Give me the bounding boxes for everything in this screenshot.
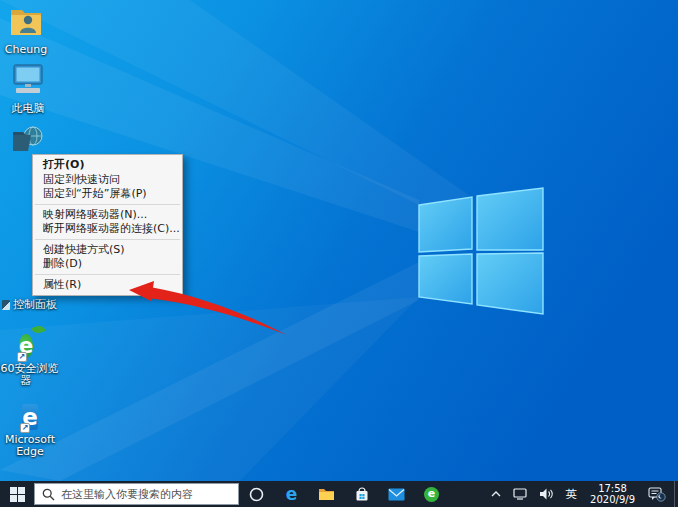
desktop-icon-360-browser[interactable]: e ↗ 360安全浏览器 xyxy=(0,331,56,386)
this-pc-icon xyxy=(9,63,47,101)
360-browser-icon: e ↗ xyxy=(19,331,33,361)
action-center-button[interactable] xyxy=(644,481,670,507)
menu-item-pin-to-start[interactable]: 固定到“开始”屏幕(P) xyxy=(33,187,182,202)
menu-item-open[interactable]: 打开(O) xyxy=(33,158,182,173)
clock-date: 2020/9/9 xyxy=(590,494,635,505)
search-input[interactable] xyxy=(61,488,226,501)
menu-item-map-network-drive[interactable]: 映射网络驱动器(N)... xyxy=(33,208,182,223)
taskbar-search[interactable] xyxy=(34,483,239,505)
desktop-icon-label: 此电脑 xyxy=(12,103,45,115)
system-tray: 英 17:58 2020/9/9 xyxy=(487,481,678,507)
desktop-icon-microsoft-edge[interactable]: e ↗ Microsoft Edge xyxy=(0,403,60,457)
store-icon xyxy=(354,486,370,502)
desktop-icon-control-panel[interactable]: 控制面板 xyxy=(2,299,57,311)
taskbar: e e xyxy=(0,481,678,507)
network-tray-button[interactable] xyxy=(509,481,531,507)
search-icon xyxy=(42,488,55,501)
action-center-icon xyxy=(648,487,666,502)
chevron-up-icon xyxy=(491,491,501,497)
volume-tray-button[interactable] xyxy=(535,481,558,507)
shortcut-arrow-icon: ↗ xyxy=(20,423,30,433)
desktop-icon-label: 360安全浏览器 xyxy=(0,363,59,386)
menu-item-delete[interactable]: 删除(D) xyxy=(33,257,182,272)
desktop-icon-this-pc[interactable]: 此电脑 xyxy=(0,63,58,115)
desktop-icon-user-folder[interactable]: Cheung xyxy=(0,6,56,56)
taskbar-icon-mail[interactable] xyxy=(379,481,414,507)
360-browser-icon: e xyxy=(424,487,439,502)
taskbar-icon-file-explorer[interactable] xyxy=(309,481,344,507)
clock-time: 17:58 xyxy=(590,483,635,494)
mail-icon xyxy=(388,488,405,501)
edge-icon: e xyxy=(286,486,298,503)
user-folder-icon xyxy=(7,6,45,42)
menu-separator xyxy=(35,204,180,205)
menu-item-properties[interactable]: 属性(R) xyxy=(33,278,182,293)
menu-separator xyxy=(35,239,180,240)
desktop-icon-label: 控制面板 xyxy=(13,299,57,311)
taskbar-icon-edge[interactable]: e xyxy=(274,481,309,507)
menu-item-create-shortcut[interactable]: 创建快捷方式(S) xyxy=(33,243,182,258)
desktop-icon-label: Microsoft Edge xyxy=(2,434,58,457)
edge-icon: e ↗ xyxy=(22,403,38,432)
control-panel-icon xyxy=(2,300,10,310)
ime-indicator[interactable]: 英 xyxy=(562,481,582,507)
menu-item-disconnect-network-drive[interactable]: 断开网络驱动器的连接(C)... xyxy=(33,222,182,237)
taskbar-clock[interactable]: 17:58 2020/9/9 xyxy=(585,483,640,505)
taskbar-icon-360-browser[interactable]: e xyxy=(414,481,449,507)
windows-start-icon xyxy=(10,487,25,502)
taskbar-icon-store[interactable] xyxy=(344,481,379,507)
show-desktop-button[interactable] xyxy=(674,481,678,507)
desktop-icon-label: Cheung xyxy=(5,44,47,56)
context-menu: 打开(O) 固定到快速访问 固定到“开始”屏幕(P) 映射网络驱动器(N)...… xyxy=(32,154,183,296)
cortana-icon xyxy=(249,487,264,502)
hidden-icons-button[interactable] xyxy=(487,481,505,507)
taskbar-icon-cortana[interactable] xyxy=(239,481,274,507)
menu-item-pin-quick-access[interactable]: 固定到快速访问 xyxy=(33,173,182,188)
network-icon xyxy=(513,488,527,500)
menu-separator xyxy=(35,274,180,275)
windows-desktop: Cheung 此电脑 控制面板 e xyxy=(0,0,678,507)
shortcut-arrow-icon: ↗ xyxy=(17,352,27,362)
volume-icon xyxy=(539,488,554,500)
start-button[interactable] xyxy=(0,481,34,507)
file-explorer-icon xyxy=(318,487,335,501)
